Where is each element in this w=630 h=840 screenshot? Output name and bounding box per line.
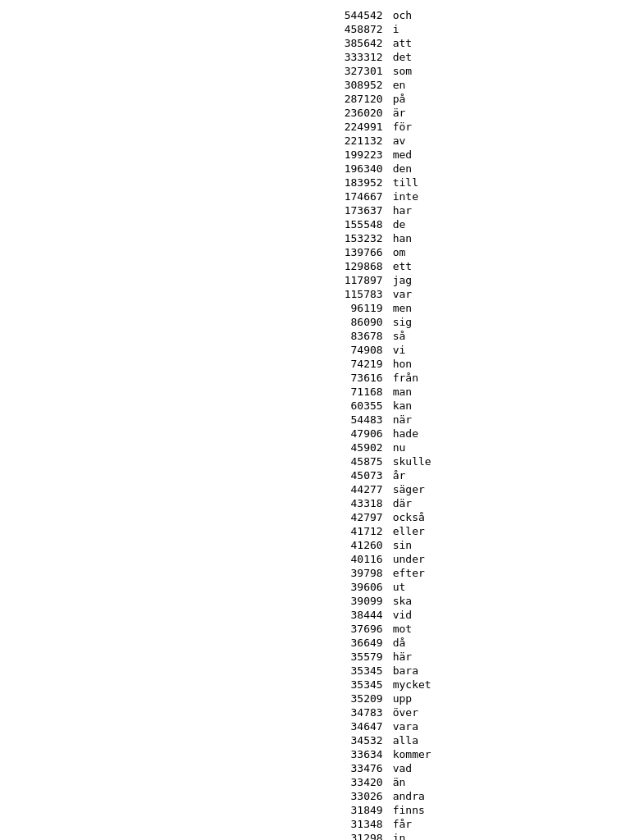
count-cell: 83678 (16, 329, 393, 343)
word-cell: att (393, 36, 614, 50)
count-cell: 54483 (16, 413, 393, 427)
count-cell: 60355 (16, 399, 393, 413)
table-row: 544542och (16, 8, 614, 22)
word-cell: också (393, 510, 614, 524)
table-row: 60355kan (16, 399, 614, 413)
table-row: 42797också (16, 510, 614, 524)
count-cell: 221132 (16, 134, 393, 148)
count-cell: 31849 (16, 803, 393, 817)
table-row: 35345bara (16, 664, 614, 678)
word-cell: ett (393, 259, 614, 273)
word-cell: det (393, 50, 614, 64)
word-cell: säger (393, 482, 614, 496)
word-cell: alla (393, 733, 614, 747)
word-cell: jag (393, 273, 614, 287)
count-cell: 41260 (16, 538, 393, 552)
word-cell: där (393, 496, 614, 510)
table-row: 183952till (16, 176, 614, 189)
count-cell: 45073 (16, 468, 393, 482)
count-cell: 35209 (16, 692, 393, 705)
table-row: 155548de (16, 217, 614, 231)
table-row: 74908vi (16, 343, 614, 357)
count-cell: 183952 (16, 176, 393, 189)
count-cell: 174667 (16, 189, 393, 203)
word-cell: skulle (393, 454, 614, 468)
word-cell: finns (393, 803, 614, 817)
count-cell: 37696 (16, 622, 393, 636)
table-row: 73616från (16, 371, 614, 385)
table-row: 41712eller (16, 524, 614, 538)
count-cell: 308952 (16, 78, 393, 92)
word-cell: år (393, 468, 614, 482)
count-cell: 33026 (16, 789, 393, 803)
table-row: 39606ut (16, 580, 614, 594)
table-row: 96119men (16, 301, 614, 315)
count-cell: 173637 (16, 203, 393, 217)
count-cell: 385642 (16, 36, 393, 50)
count-cell: 115783 (16, 287, 393, 301)
count-cell: 117897 (16, 273, 393, 287)
word-cell: nu (393, 441, 614, 454)
count-cell: 73616 (16, 371, 393, 385)
word-cell: ska (393, 594, 614, 608)
count-cell: 34532 (16, 733, 393, 747)
word-cell: av (393, 134, 614, 148)
table-row: 173637har (16, 203, 614, 217)
word-cell: men (393, 301, 614, 315)
count-cell: 458872 (16, 22, 393, 36)
count-cell: 39099 (16, 594, 393, 608)
table-row: 47906hade (16, 427, 614, 441)
table-row: 41260sin (16, 538, 614, 552)
table-row: 129868ett (16, 259, 614, 273)
word-cell: en (393, 78, 614, 92)
word-cell: var (393, 287, 614, 301)
table-row: 199223med (16, 148, 614, 162)
count-cell: 40116 (16, 552, 393, 566)
table-row: 224991för (16, 120, 614, 134)
word-cell: vara (393, 719, 614, 733)
table-row: 385642att (16, 36, 614, 50)
table-row: 236020är (16, 106, 614, 120)
count-cell: 96119 (16, 301, 393, 315)
table-row: 45875skulle (16, 454, 614, 468)
table-row: 54483när (16, 413, 614, 427)
table-row: 45073år (16, 468, 614, 482)
count-cell: 31348 (16, 817, 393, 831)
table-row: 117897jag (16, 273, 614, 287)
word-cell: in (393, 831, 614, 840)
table-row: 221132av (16, 134, 614, 148)
word-cell: från (393, 371, 614, 385)
count-cell: 327301 (16, 64, 393, 78)
word-cell: bara (393, 664, 614, 678)
table-row: 43318där (16, 496, 614, 510)
word-cell: efter (393, 566, 614, 580)
word-cell: upp (393, 692, 614, 705)
word-cell: andra (393, 789, 614, 803)
word-cell: ut (393, 580, 614, 594)
word-cell: han (393, 231, 614, 245)
table-row: 33026andra (16, 789, 614, 803)
table-row: 45902nu (16, 441, 614, 454)
table-row: 174667inte (16, 189, 614, 203)
count-cell: 35345 (16, 678, 393, 692)
table-row: 327301som (16, 64, 614, 78)
word-cell: eller (393, 524, 614, 538)
word-cell: är (393, 106, 614, 120)
word-cell: till (393, 176, 614, 189)
table-row: 34783över (16, 705, 614, 719)
count-cell: 39606 (16, 580, 393, 594)
word-cell: då (393, 636, 614, 650)
word-cell: och (393, 8, 614, 22)
word-cell: inte (393, 189, 614, 203)
table-row: 38444vid (16, 608, 614, 622)
word-cell: med (393, 148, 614, 162)
count-cell: 139766 (16, 245, 393, 259)
word-cell: sig (393, 315, 614, 329)
word-cell: än (393, 775, 614, 789)
word-cell: när (393, 413, 614, 427)
count-cell: 74219 (16, 357, 393, 371)
count-cell: 35345 (16, 664, 393, 678)
table-row: 71168man (16, 385, 614, 399)
word-cell: vi (393, 343, 614, 357)
count-cell: 224991 (16, 120, 393, 134)
